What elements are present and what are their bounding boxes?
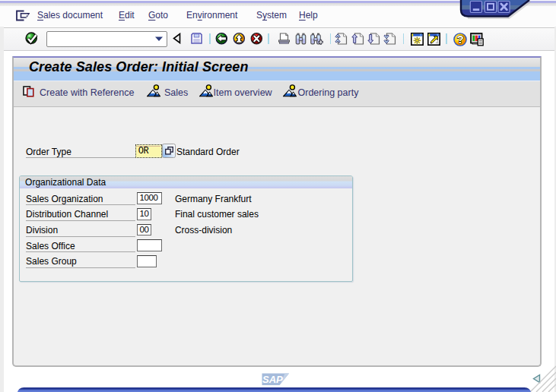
- svg-text:?: ?: [456, 33, 463, 46]
- svg-text:SAP: SAP: [262, 374, 283, 385]
